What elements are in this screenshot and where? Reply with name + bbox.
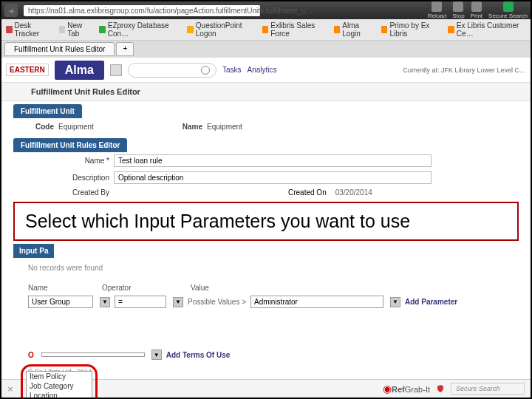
analytics-link[interactable]: Analytics [247, 66, 276, 74]
url-bar[interactable]: https://na01.alma.exlibrisgroup.com/fu/a… [24, 5, 260, 16]
chevron-down-icon[interactable]: ▼ [151, 349, 162, 360]
reload-button[interactable]: Reload [428, 1, 446, 19]
input-parameters-badge[interactable]: Input Pa [13, 244, 54, 258]
bookmark-item[interactable]: Desk Tracker [6, 21, 52, 38]
tab-active[interactable]: Fulfillment Unit Rules Editor [4, 42, 115, 56]
chevron-down-icon[interactable]: ▼ [173, 297, 183, 307]
global-search[interactable] [128, 63, 216, 78]
add-terms-link[interactable]: Add Terms Of Use [166, 351, 231, 359]
dropdown-option[interactable]: Location [27, 391, 92, 399]
fulfillment-unit-badge[interactable]: Fulfillment Unit [13, 104, 82, 118]
unit-info-row: CodeEquipment NameEquipment [13, 118, 519, 135]
name-label: Name * [28, 157, 109, 165]
secure-search-box[interactable]: Secure Search [451, 383, 525, 395]
output-dropdown[interactable] [41, 352, 145, 357]
bookmark-item[interactable]: Alma Login [334, 21, 374, 38]
tasks-link[interactable]: Tasks [222, 66, 242, 74]
name-dropdown[interactable]: User Group [28, 296, 93, 308]
tab-add[interactable]: + [116, 42, 134, 56]
print-button[interactable]: Print [471, 1, 482, 19]
possible-values-label: Possible Values > [188, 298, 246, 306]
chevron-down-icon[interactable]: ▼ [100, 297, 110, 307]
output-row: O ▼ Add Terms Of Use [13, 347, 519, 362]
dropdown-option[interactable]: Item Policy [27, 372, 92, 381]
chevron-down-icon[interactable]: ▼ [390, 297, 400, 307]
shield-icon [436, 384, 445, 393]
rule-name-input[interactable] [114, 154, 432, 167]
bookmark-item[interactable]: Exlibris Sales Force [262, 21, 327, 38]
bookmark-item[interactable]: QuestionPoint Logon [187, 21, 254, 38]
operator-dropdown[interactable]: = [115, 296, 166, 308]
instruction-callout: Select which Input Parameters you want t… [13, 202, 519, 241]
bookmark-item[interactable]: New Tab [59, 21, 92, 38]
close-icon[interactable]: × [7, 383, 13, 395]
stop-button[interactable]: Stop [452, 1, 464, 19]
bookmarks-bar: Desk Tracker New Tab EZproxy Database Co… [1, 19, 531, 41]
rules-editor-badge[interactable]: Fulfillment Unit Rules Editor [13, 138, 127, 152]
search-icon [201, 66, 210, 75]
secure-search-button[interactable]: Secure Search [488, 1, 528, 19]
value-dropdown[interactable]: Administrator [250, 296, 383, 308]
add-parameter-link[interactable]: Add Parameter [405, 298, 457, 306]
created-on-label: Created On [288, 188, 327, 197]
desc-label: Description [28, 174, 109, 182]
eastern-logo: EASTERN [6, 64, 49, 76]
bookmark-item[interactable]: Primo by Ex Libris [381, 21, 440, 38]
refgrab-it[interactable]: ◉RefGrab-It [383, 383, 430, 395]
app-header: EASTERN Alma Tasks Analytics Currently a… [1, 58, 531, 83]
alma-logo[interactable]: Alma [55, 61, 104, 80]
location-indicator[interactable]: Currently at: JFK Library Lower Level C… [403, 66, 526, 74]
bookmark-item[interactable]: Ex Libris Customer Ce… [448, 21, 526, 38]
browser-toolbar: ◄ https://na01.alma.exlibrisgroup.com/fu… [1, 1, 531, 19]
back-button[interactable]: ◄ [4, 4, 18, 17]
name-dropdown-open-highlight: Item Policy Job Category Location Materi… [21, 364, 98, 399]
bookmark-item[interactable]: EZproxy Database Con… [99, 21, 180, 38]
name-dropdown-list: Item Policy Job Category Location Materi… [26, 371, 92, 399]
rule-desc-input[interactable] [114, 171, 432, 184]
dropdown-option[interactable]: Job Category [27, 381, 92, 391]
created-on-value: 03/20/2014 [335, 188, 372, 197]
clipboard-icon[interactable] [110, 64, 122, 76]
page-title: Fulfillment Unit Rules Editor [1, 83, 531, 101]
param-column-headers: Name Operator Value [13, 282, 519, 293]
parameter-row: User Group ▼ = ▼ Possible Values > Admin… [13, 293, 519, 310]
tab-bar: Fulfillment Unit Rules Editor + [1, 41, 531, 58]
created-by-label: Created By [28, 188, 109, 197]
no-records-msg: No records were found [13, 258, 519, 278]
